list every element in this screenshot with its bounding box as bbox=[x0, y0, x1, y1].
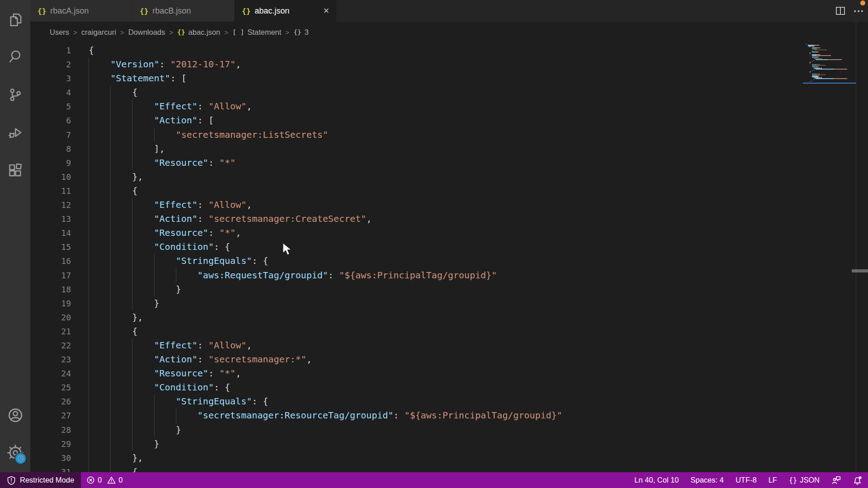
code-line[interactable]: 8 ], bbox=[30, 142, 868, 156]
code-line[interactable]: 2 "Version": "2012-10-17", bbox=[30, 57, 868, 71]
code-line[interactable]: 3 "Statement": [ bbox=[30, 71, 868, 85]
breadcrumb: Users>craigarcuri>Downloads>{}abac.json>… bbox=[30, 22, 868, 42]
accounts-icon[interactable] bbox=[0, 403, 30, 428]
code-line[interactable]: 6 "Action": [ bbox=[30, 113, 868, 127]
code-text: }, bbox=[89, 170, 143, 184]
minimap-line bbox=[820, 47, 820, 48]
breadcrumb-label: abac.json bbox=[189, 28, 221, 37]
line-number: 23 bbox=[30, 352, 71, 366]
minimap-line bbox=[810, 63, 810, 64]
code-text: "Effect": "Allow", bbox=[89, 338, 252, 352]
code-line[interactable]: 1{ bbox=[30, 43, 868, 57]
minimap-line bbox=[810, 53, 810, 54]
line-number: 11 bbox=[30, 184, 71, 198]
code-text: { bbox=[89, 465, 137, 472]
restricted-mode-item[interactable]: Restricted Mode bbox=[0, 472, 81, 488]
code-line[interactable]: 7 "secretsmanager:ListSecrets" bbox=[30, 128, 868, 142]
code-text: { bbox=[89, 324, 137, 338]
code-line[interactable]: 5 "Effect": "Allow", bbox=[30, 99, 868, 113]
close-tab-icon[interactable]: × bbox=[323, 6, 329, 16]
code-line[interactable]: 22 "Effect": "Allow", bbox=[30, 338, 868, 352]
line-number: 20 bbox=[30, 310, 71, 324]
code-line[interactable]: 14 "Resource": "*", bbox=[30, 226, 868, 240]
minimap-line bbox=[816, 59, 827, 60]
breadcrumb-item-3[interactable]: {}3 bbox=[293, 28, 309, 37]
code-line[interactable]: 23 "Action": "secretsmanager:*", bbox=[30, 352, 868, 366]
breadcrumb-item-statement[interactable]: [ ]Statement bbox=[232, 28, 281, 37]
overview-ruler-cursor-mark bbox=[852, 269, 868, 272]
code-line[interactable]: 4 { bbox=[30, 85, 868, 99]
code-line[interactable]: 13 "Action": "secretsmanager:CreateSecre… bbox=[30, 212, 868, 226]
minimap-line bbox=[812, 80, 812, 81]
code-line[interactable]: 30 }, bbox=[30, 451, 868, 465]
extensions-icon[interactable] bbox=[0, 158, 30, 183]
code-line[interactable]: 28 } bbox=[30, 423, 868, 437]
minimap-line bbox=[814, 50, 827, 51]
tab-rbacB-json[interactable]: {} rbacB.json bbox=[132, 0, 235, 22]
code-text: "Action": "secretsmanager:CreateSecret", bbox=[89, 212, 372, 226]
minimap[interactable] bbox=[803, 41, 856, 140]
minimap-line bbox=[812, 52, 817, 52]
object-symbol-icon: {} bbox=[293, 28, 301, 36]
code-line[interactable]: 10 }, bbox=[30, 170, 868, 184]
line-number: 3 bbox=[30, 71, 71, 85]
split-editor-icon[interactable] bbox=[835, 5, 846, 17]
line-number: 12 bbox=[30, 198, 71, 212]
mouse-cursor bbox=[281, 242, 293, 258]
feedback-item[interactable] bbox=[826, 472, 847, 488]
code-text: "Resource": "*", bbox=[89, 366, 241, 380]
code-line[interactable]: 26 "StringEquals": { bbox=[30, 394, 868, 408]
breadcrumb-item-downloads[interactable]: Downloads bbox=[128, 28, 165, 37]
encoding-item[interactable]: UTF-8 bbox=[730, 472, 763, 488]
line-number: 15 bbox=[30, 240, 71, 254]
line-number: 2 bbox=[30, 57, 71, 71]
breadcrumb-separator: > bbox=[120, 28, 124, 36]
eol-item[interactable]: LF bbox=[763, 472, 783, 488]
code-line[interactable]: 29 } bbox=[30, 437, 868, 451]
code-line[interactable]: 11 { bbox=[30, 184, 868, 198]
code-text: { bbox=[89, 85, 137, 99]
line-number: 14 bbox=[30, 226, 71, 240]
restricted-mode-label: Restricted Mode bbox=[20, 476, 74, 484]
settings-gear-icon[interactable] bbox=[0, 440, 30, 465]
code-line[interactable]: 27 "secretsmanager:ResourceTag/groupid":… bbox=[30, 408, 868, 422]
breadcrumb-item-craigarcuri[interactable]: craigarcuri bbox=[81, 28, 116, 37]
code-line[interactable]: 16 "StringEquals": { bbox=[30, 254, 868, 268]
line-number: 25 bbox=[30, 380, 71, 394]
tab-abac-json[interactable]: {} abac.json × bbox=[235, 0, 337, 22]
source-control-icon[interactable] bbox=[0, 82, 30, 108]
run-debug-icon[interactable] bbox=[0, 120, 30, 145]
code-line[interactable]: 18 } bbox=[30, 282, 868, 296]
eol-label: LF bbox=[769, 476, 777, 484]
minimap-line bbox=[819, 75, 819, 76]
code-line[interactable]: 17 "aws:RequestTag/groupid": "${aws:Prin… bbox=[30, 268, 868, 282]
code-line[interactable]: 9 "Resource": "*" bbox=[30, 156, 868, 170]
explorer-icon[interactable] bbox=[0, 7, 30, 33]
code-line[interactable]: 19 } bbox=[30, 296, 868, 310]
notifications-item[interactable] bbox=[847, 472, 868, 488]
tab-label: rbacB.json bbox=[152, 6, 191, 16]
code-text: } bbox=[89, 437, 160, 451]
problems-item[interactable]: 0 0 bbox=[81, 472, 128, 488]
line-number: 26 bbox=[30, 394, 71, 408]
code-line[interactable]: 20 }, bbox=[30, 310, 868, 324]
language-mode-item[interactable]: {} JSON bbox=[783, 472, 826, 488]
json-file-icon: {} bbox=[242, 7, 250, 15]
code-line[interactable]: 12 "Effect": "Allow", bbox=[30, 198, 868, 212]
code-line[interactable]: 15 "Condition": { bbox=[30, 240, 868, 254]
more-actions-icon[interactable] bbox=[853, 5, 864, 17]
code-line[interactable]: 25 "Condition": { bbox=[30, 380, 868, 394]
notification-dot bbox=[859, 476, 862, 479]
code-line[interactable]: 21 { bbox=[30, 324, 868, 338]
indentation-item[interactable]: Spaces: 4 bbox=[685, 472, 730, 488]
breadcrumb-item-abac-json[interactable]: {}abac.json bbox=[177, 28, 220, 37]
json-brackets-icon: {} bbox=[789, 476, 797, 484]
code-line[interactable]: 24 "Resource": "*", bbox=[30, 366, 868, 380]
code-line[interactable]: 31 { bbox=[30, 465, 868, 472]
code-editor[interactable]: 1{2 "Version": "2012-10-17",3 "Statement… bbox=[30, 42, 868, 472]
cursor-position-item[interactable]: Ln 40, Col 10 bbox=[628, 472, 684, 488]
breadcrumb-item-users[interactable]: Users bbox=[50, 28, 69, 37]
tab-rbacA-json[interactable]: {} rbacA.json bbox=[30, 0, 132, 22]
line-number: 7 bbox=[30, 128, 71, 142]
search-icon[interactable] bbox=[0, 44, 30, 70]
